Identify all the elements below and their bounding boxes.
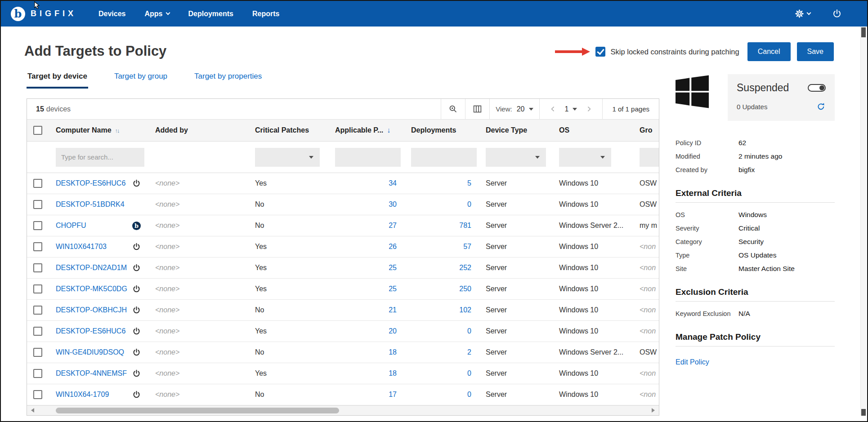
cancel-button[interactable]: Cancel — [747, 42, 791, 61]
filter-input-gro[interactable] — [640, 148, 659, 167]
row-checkbox[interactable] — [33, 348, 42, 357]
applicable-patches-link[interactable]: 21 — [389, 306, 397, 314]
deployments-link[interactable]: 252 — [459, 264, 471, 271]
column-picker-icon[interactable] — [471, 104, 483, 114]
vertical-scroll-thumb[interactable] — [861, 27, 866, 37]
row-checkbox[interactable] — [33, 200, 42, 209]
row-checkbox[interactable] — [33, 369, 42, 378]
tab-target-by-device[interactable]: Target by device — [27, 72, 88, 89]
filter-select-os[interactable] — [559, 148, 611, 167]
page-size-select[interactable]: 20 — [517, 105, 533, 113]
scroll-down-arrow[interactable] — [861, 409, 866, 416]
computer-name-link[interactable]: DESKTOP-ES6HUC6 — [56, 179, 125, 187]
deployments-link[interactable]: 0 — [467, 369, 471, 377]
device-type-value: Server — [479, 222, 552, 230]
filter-input-deployments[interactable] — [411, 148, 477, 167]
computer-name-link[interactable]: DESKTOP-4NNEMSF — [56, 369, 127, 378]
deployments-link[interactable]: 0 — [467, 200, 471, 208]
applicable-patches-link[interactable]: 25 — [389, 285, 397, 293]
nav-item-devices[interactable]: Devices — [89, 1, 135, 27]
deployments-link[interactable]: 57 — [463, 243, 471, 250]
row-checkbox[interactable] — [33, 284, 42, 293]
deployments-link[interactable]: 102 — [459, 306, 471, 314]
row-checkbox[interactable] — [33, 242, 42, 251]
settings-menu-button[interactable] — [795, 9, 810, 18]
refresh-button[interactable] — [816, 102, 826, 111]
suspended-toggle[interactable] — [808, 84, 826, 92]
column-header-os[interactable]: OS — [552, 126, 632, 134]
column-header-computer-name[interactable]: Computer Name↑↓ — [49, 126, 148, 134]
page-number-select[interactable]: 1 — [565, 105, 577, 113]
tab-target-by-group[interactable]: Target by group — [113, 72, 168, 89]
filter-select-critical-patches[interactable] — [255, 148, 320, 167]
deployments-link[interactable]: 0 — [467, 327, 471, 335]
table-toolbar: 15 devices — [27, 99, 659, 120]
computer-name-link[interactable]: DESKTOP-51BDRK4 — [56, 200, 125, 209]
row-checkbox[interactable] — [33, 327, 42, 336]
nav-item-reports[interactable]: Reports — [243, 1, 289, 27]
computer-name-link[interactable]: DESKTOP-OKBHCJH — [56, 306, 127, 314]
next-page-button[interactable] — [582, 105, 596, 113]
deployments-link[interactable]: 781 — [459, 222, 471, 229]
applicable-patches-link[interactable]: 30 — [389, 200, 397, 208]
detail-value: OS Updates — [738, 251, 776, 259]
logout-button[interactable] — [832, 9, 842, 19]
column-header-critical-patches[interactable]: Critical Patches — [248, 126, 328, 134]
applicable-patches-link[interactable]: 18 — [389, 369, 397, 377]
computer-name-search-input[interactable] — [56, 148, 144, 167]
applicable-patches-link[interactable]: 17 — [389, 391, 397, 398]
filter-input-applicable-p[interactable] — [335, 148, 401, 167]
divider — [676, 346, 835, 346]
sort-toggle-icon[interactable]: ↑↓ — [115, 127, 119, 134]
row-checkbox[interactable] — [33, 263, 42, 272]
vertical-scrollbar[interactable] — [860, 27, 866, 416]
computer-name-link[interactable]: WIN10X64-1709 — [56, 391, 109, 399]
os-value: Windows Server 2... — [552, 348, 632, 356]
row-checkbox[interactable] — [33, 306, 42, 315]
deployments-link[interactable]: 0 — [467, 391, 471, 398]
nav-item-deployments[interactable]: Deployments — [179, 1, 243, 27]
computer-name-link[interactable]: CHOPFU — [56, 222, 86, 230]
applicable-patches-link[interactable]: 34 — [389, 179, 397, 187]
added-by-value: <none> — [155, 306, 179, 314]
scroll-left-arrow-icon[interactable] — [31, 408, 34, 413]
applicable-patches-link[interactable]: 18 — [389, 348, 397, 356]
computer-name-link[interactable]: DESKTOP-ES6HUC6 — [56, 327, 125, 335]
row-checkbox[interactable] — [33, 221, 42, 230]
tab-target-by-properties[interactable]: Target by properties — [193, 72, 263, 89]
nav-item-apps[interactable]: Apps — [135, 1, 179, 27]
caret-down-icon — [309, 156, 313, 159]
deployments-link[interactable]: 2 — [467, 348, 471, 356]
applicable-patches-link[interactable]: 27 — [389, 222, 397, 229]
column-header-applicable-p[interactable]: Applicable P...↓ — [328, 126, 404, 134]
select-all-checkbox[interactable] — [33, 126, 42, 135]
deployments-link[interactable]: 5 — [467, 179, 471, 187]
applicable-patches-link[interactable]: 25 — [389, 264, 397, 271]
computer-name-link[interactable]: WIN-GE4DIU9DSOQ — [56, 348, 124, 356]
edit-policy-link[interactable]: Edit Policy — [676, 358, 709, 366]
scroll-right-arrow-icon[interactable] — [652, 408, 655, 413]
row-checkbox[interactable] — [33, 390, 42, 399]
filter-select-device-type[interactable] — [486, 148, 546, 167]
column-header-device-type[interactable]: Device Type — [479, 126, 552, 134]
column-header-gro[interactable]: Gro — [632, 126, 659, 134]
applicable-patches-link[interactable]: 20 — [389, 327, 397, 335]
horizontal-scrollbar[interactable] — [27, 405, 659, 415]
search-settings-icon[interactable] — [447, 104, 459, 114]
policy-status-label: Suspended — [737, 82, 789, 94]
deployments-link[interactable]: 250 — [459, 285, 471, 293]
skip-locked-checkbox[interactable] — [595, 47, 605, 57]
horizontal-scroll-thumb[interactable] — [56, 408, 339, 413]
prev-page-button[interactable] — [546, 105, 560, 113]
applicable-patches-link[interactable]: 26 — [389, 243, 397, 250]
os-value: Windows 10 — [552, 369, 632, 378]
column-header-deployments[interactable]: Deployments — [404, 126, 479, 134]
computer-name-link[interactable]: WIN10X641703 — [56, 243, 107, 251]
bigfix-logo-icon[interactable]: b — [11, 7, 25, 21]
sort-desc-icon[interactable]: ↓ — [387, 126, 390, 134]
computer-name-link[interactable]: DESKTOP-DN2AD1M — [56, 264, 127, 272]
save-button[interactable]: Save — [797, 42, 834, 61]
computer-name-link[interactable]: DESKTOP-MK5C0DG — [56, 285, 127, 293]
column-header-added-by[interactable]: Added by — [148, 126, 248, 134]
row-checkbox[interactable] — [33, 179, 42, 188]
